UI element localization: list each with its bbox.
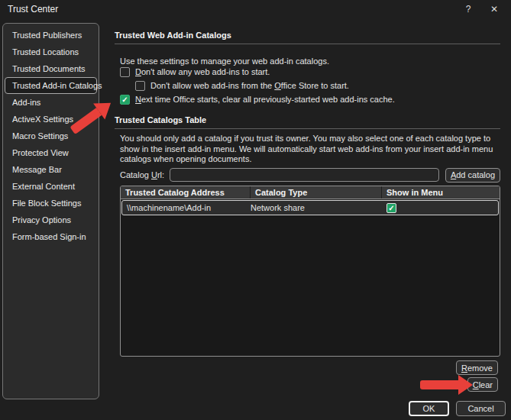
sidebar-item-file-block-settings[interactable]: File Block Settings	[5, 195, 97, 212]
addin-settings-intro: Use these settings to manage your web ad…	[120, 57, 329, 66]
section-divider	[115, 128, 500, 129]
cancel-button[interactable]: Cancel	[456, 401, 506, 416]
catalog-address-cell: \\machinename\Add-in	[122, 203, 251, 212]
sidebar-item-trusted-add-in-catalogs[interactable]: Trusted Add-in Catalogs	[5, 77, 97, 94]
sidebar-item-form-based-sign-in[interactable]: Form-based Sign-in	[5, 228, 97, 245]
section-divider	[115, 44, 500, 44]
column-header-trusted-catalog-address: Trusted Catalog Address	[121, 186, 251, 199]
catalog-url-label: Catalog Url:	[120, 170, 164, 179]
sidebar-item-privacy-options[interactable]: Privacy Options	[5, 212, 97, 228]
show-in-menu-checkbox[interactable]: ✓	[386, 203, 396, 213]
checkbox-dont-allow-any-web-addins[interactable]: Don't allow any web add-ins to start.	[120, 66, 270, 77]
check-icon: ✓	[121, 95, 128, 104]
ok-button[interactable]: OK	[409, 401, 449, 416]
column-header-show-in-menu: Show in Menu	[382, 186, 500, 199]
section-heading-trusted-web-addin-catalogs: Trusted Web Add-in Catalogs	[115, 31, 231, 40]
table-row[interactable]: \\machinename\Add-in Network share ✓	[121, 200, 499, 215]
column-header-catalog-type: Catalog Type	[251, 186, 382, 199]
sidebar-item-trusted-publishers[interactable]: Trusted Publishers	[5, 27, 97, 44]
sidebar-item-message-bar[interactable]: Message Bar	[5, 161, 97, 178]
close-button[interactable]: ✕	[487, 2, 501, 16]
sidebar-item-add-ins[interactable]: Add-ins	[5, 94, 97, 111]
sidebar-item-trusted-documents[interactable]: Trusted Documents	[5, 60, 97, 77]
sidebar-item-external-content[interactable]: External Content	[5, 178, 97, 195]
red-arrow-pointing-to-clear-button	[420, 375, 473, 395]
catalog-url-row: Catalog Url: Add catalog	[120, 167, 500, 183]
add-catalog-button[interactable]: Add catalog	[445, 168, 500, 183]
trusted-catalogs-table: Trusted Catalog Address Catalog Type Sho…	[120, 186, 500, 357]
help-icon: ?	[466, 4, 471, 15]
checkbox-box[interactable]	[120, 67, 130, 77]
sidebar-item-protected-view[interactable]: Protected View	[5, 144, 97, 161]
table-header-row: Trusted Catalog Address Catalog Type Sho…	[121, 186, 500, 199]
check-icon: ✓	[388, 204, 394, 212]
checkbox-clear-web-addins-cache[interactable]: ✓ Next time Office starts, clear all pre…	[120, 94, 395, 105]
catalog-url-input[interactable]	[170, 168, 439, 182]
catalog-type-cell: Network share	[251, 203, 382, 212]
help-button[interactable]: ?	[461, 2, 475, 16]
sidebar-item-trusted-locations[interactable]: Trusted Locations	[5, 44, 97, 60]
checkbox-box[interactable]	[135, 81, 145, 91]
catalog-description: You should only add a catalog if you tru…	[120, 134, 503, 165]
checkbox-dont-allow-office-store-addins[interactable]: Don't allow web add-ins from the Office …	[135, 80, 349, 91]
show-in-menu-cell: ✓	[382, 203, 498, 213]
checkbox-label: Don't allow any web add-ins to start.	[135, 67, 270, 76]
section-heading-trusted-catalogs-table: Trusted Catalogs Table	[115, 115, 206, 124]
checkbox-label: Don't allow web add-ins from the Office …	[150, 81, 349, 90]
checkbox-label: Next time Office starts, clear all previ…	[135, 95, 395, 104]
checkbox-checked-box[interactable]: ✓	[120, 95, 130, 105]
remove-button[interactable]: Remove	[456, 360, 498, 375]
sidebar: Trusted Publishers Trusted Locations Tru…	[2, 23, 99, 399]
close-icon: ✕	[490, 4, 498, 15]
window-title: Trust Center	[8, 4, 58, 15]
